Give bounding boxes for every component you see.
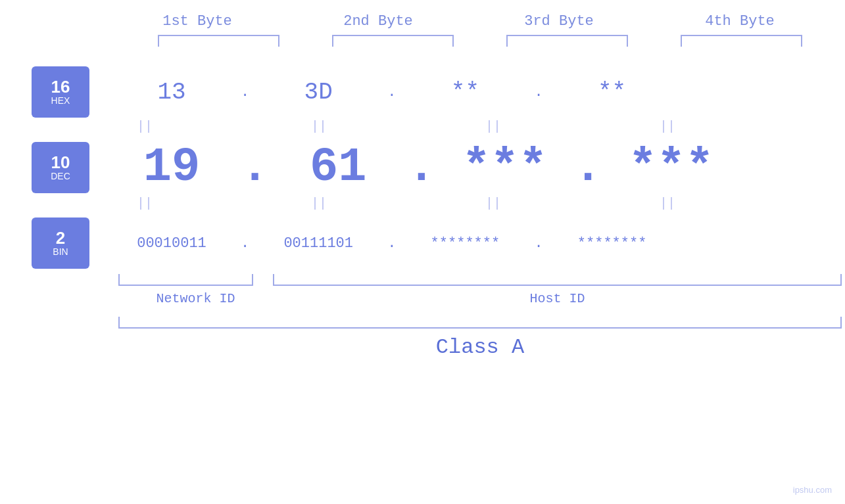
- bin-b3: ********: [389, 235, 541, 252]
- equals-row-2: || || || ||: [58, 196, 846, 211]
- bin-label-box: 2 BIN: [32, 218, 89, 269]
- eq2-b2: ||: [243, 196, 395, 211]
- bracket-top-1: [158, 35, 279, 47]
- bin-text: BIN: [53, 246, 68, 258]
- bracket-top-2: [332, 35, 454, 47]
- hex-label-box: 16 HEX: [32, 66, 89, 118]
- hex-number: 16: [51, 78, 70, 95]
- eq2-b4: ||: [592, 196, 743, 211]
- byte2-header: 2nd Byte: [306, 13, 450, 30]
- bracket-network: [118, 274, 253, 286]
- dec-label-box: 10 DEC: [32, 142, 89, 193]
- eq2-b1: ||: [69, 196, 220, 211]
- bottom-brackets: [118, 274, 842, 286]
- bin-b2: 00111101: [243, 235, 394, 252]
- eq1-b4: ||: [592, 119, 743, 134]
- dec-b2: 61: [262, 141, 414, 195]
- dec-b4: ***: [596, 141, 747, 195]
- bracket-top-3: [506, 35, 628, 47]
- class-label: Class A: [118, 335, 842, 359]
- hex-b1: 13: [96, 79, 247, 106]
- dec-section: 10 DEC 19 . 61 . *** . ***: [0, 141, 845, 195]
- eq1-b2: ||: [243, 119, 395, 134]
- eq2-b3: ||: [418, 196, 569, 211]
- hex-section: 16 HEX 13 . 3D . ** . **: [0, 66, 845, 118]
- eq1-b3: ||: [418, 119, 569, 134]
- main-container: 1st Byte 2nd Byte 3rd Byte 4th Byte 16 H…: [0, 0, 845, 504]
- bottom-section: Network ID Host ID Class A: [118, 269, 842, 359]
- bin-number: 2: [56, 229, 65, 246]
- hex-text: HEX: [51, 95, 70, 106]
- hex-b4: **: [537, 79, 688, 106]
- hex-b2: 3D: [243, 79, 394, 106]
- hex-values: 13 . 3D . ** . **: [96, 79, 845, 106]
- dec-b3: ***: [429, 141, 580, 195]
- id-labels: Network ID Host ID: [118, 291, 842, 306]
- byte4-header: 4th Byte: [667, 13, 812, 30]
- byte3-header: 3rd Byte: [487, 13, 631, 30]
- bracket-top-4: [681, 35, 802, 47]
- dec-values: 19 . 61 . *** . ***: [96, 141, 845, 195]
- bin-section: 2 BIN 00010011 . 00111101 . ******** . *…: [0, 218, 845, 269]
- bracket-spacer: [253, 274, 273, 286]
- network-id-label: Network ID: [118, 291, 273, 306]
- host-id-label: Host ID: [273, 291, 842, 306]
- equals-row-1: || || || ||: [58, 119, 846, 134]
- bin-values: 00010011 . 00111101 . ******** . *******…: [96, 235, 845, 252]
- bin-b1: 00010011: [96, 235, 247, 252]
- byte1-header: 1st Byte: [125, 13, 270, 30]
- bracket-host: [273, 274, 842, 286]
- dec-text: DEC: [51, 171, 70, 182]
- byte-headers: 1st Byte 2nd Byte 3rd Byte 4th Byte: [107, 13, 831, 30]
- dec-b1: 19: [96, 141, 247, 195]
- eq1-b1: ||: [69, 119, 220, 134]
- class-bracket: [118, 317, 842, 329]
- hex-b3: **: [389, 79, 541, 106]
- top-brackets: [132, 35, 829, 47]
- bin-b4: ********: [537, 235, 688, 252]
- watermark: ipshu.com: [793, 485, 832, 495]
- dec-number: 10: [51, 154, 70, 171]
